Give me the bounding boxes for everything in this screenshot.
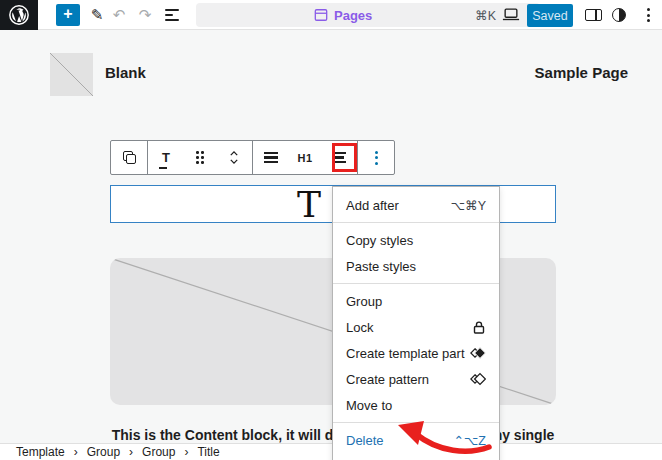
drag-handle[interactable] [190, 146, 210, 170]
edit-mode-icon[interactable]: ✎ [88, 3, 106, 27]
menu-item-label: Create template part [346, 346, 470, 361]
menu-item-label: Lock [346, 320, 472, 335]
menu-item-label: Paste styles [346, 259, 486, 274]
placeholder-diagonal [50, 53, 93, 96]
menu-item-label: Add after [346, 198, 451, 213]
menu-item-lock[interactable]: Lock [333, 314, 499, 340]
align-bars-icon [264, 150, 278, 166]
laptop-icon [502, 8, 520, 22]
settings-sidebar-toggle[interactable] [582, 3, 604, 27]
command-shortcut: ⌘K [475, 3, 496, 27]
move-up-icon [230, 151, 238, 156]
breadcrumb-title[interactable]: Title [197, 445, 219, 459]
kebab-icon [647, 8, 650, 22]
styles-button[interactable] [608, 3, 630, 27]
preview-icon[interactable] [500, 3, 522, 27]
command-palette[interactable]: Pages ⌘K [196, 3, 540, 27]
heading-level-button[interactable]: H1 [295, 146, 315, 170]
block-movers[interactable] [224, 146, 244, 170]
more-options-button[interactable] [638, 3, 658, 27]
menu-item-label: Move to [346, 398, 486, 413]
menu-item-label: Copy styles [346, 233, 486, 248]
drag-dots-icon [196, 151, 204, 164]
template-part-icon [470, 345, 486, 361]
menu-item-add-after[interactable]: Add after ⌥⌘Y [333, 192, 499, 218]
block-options-menu: Add after ⌥⌘Y Copy styles Paste styles G… [332, 186, 500, 460]
wordpress-logo-button[interactable] [0, 0, 38, 30]
editor-top-bar: + ✎ ↶ ↷ Pages ⌘K Saved [0, 0, 662, 30]
undo-icon[interactable]: ↶ [110, 3, 128, 27]
wordpress-logo-icon [8, 4, 30, 26]
options-kebab-icon [375, 151, 378, 165]
menu-separator [333, 283, 499, 284]
block-options-button[interactable] [366, 146, 386, 170]
nav-link-sample-page[interactable]: Sample Page [535, 64, 628, 81]
parent-group-icon [123, 151, 136, 164]
menu-item-group[interactable]: Group [333, 288, 499, 314]
align-text-button[interactable] [261, 146, 281, 170]
redo-icon[interactable]: ↷ [136, 3, 154, 27]
menu-item-label: Group [346, 294, 486, 309]
menu-item-shortcut: ⌥⌘Y [451, 198, 486, 213]
title-block-icon: T [159, 150, 173, 165]
sidebar-panel-icon [585, 9, 602, 21]
menu-item-shortcut: ⌃⌥Z [453, 433, 486, 448]
breadcrumb-separator: › [74, 445, 78, 459]
menu-item-move-to[interactable]: Move to [333, 392, 499, 418]
menu-item-label: Create pattern [346, 372, 470, 387]
menu-item-create-template-part[interactable]: Create template part [333, 340, 499, 366]
menu-separator [333, 222, 499, 223]
command-context: Pages [314, 3, 372, 27]
select-parent-block-button[interactable] [119, 146, 139, 170]
site-editor: + ✎ ↶ ↷ Pages ⌘K Saved [0, 0, 662, 460]
menu-separator [333, 422, 499, 423]
breadcrumb-group-2[interactable]: Group [142, 445, 175, 459]
command-context-label: Pages [334, 8, 372, 23]
menu-item-copy-styles[interactable]: Copy styles [333, 227, 499, 253]
breadcrumb-separator: › [184, 445, 188, 459]
move-down-icon [230, 159, 238, 164]
pattern-icon [470, 371, 486, 387]
menu-item-delete[interactable]: Delete ⌃⌥Z [333, 427, 499, 453]
breadcrumb-group-1[interactable]: Group [87, 445, 120, 459]
annotation-highlight-box [332, 143, 357, 172]
list-bars-icon [165, 9, 179, 21]
block-breadcrumb: Template › Group › Group › Title [0, 443, 662, 460]
site-logo-placeholder[interactable] [50, 53, 93, 96]
saved-button[interactable]: Saved [527, 4, 573, 27]
breadcrumb-separator: › [129, 445, 133, 459]
breadcrumb-template[interactable]: Template [16, 445, 65, 459]
document-overview-icon[interactable] [162, 3, 182, 27]
menu-item-label: Delete [346, 433, 453, 448]
menu-item-paste-styles[interactable]: Paste styles [333, 253, 499, 279]
title-block-type-button[interactable]: T [156, 146, 176, 170]
menu-item-create-pattern[interactable]: Create pattern [333, 366, 499, 392]
title-text: T [297, 185, 321, 225]
lock-icon [472, 320, 486, 335]
block-inserter-button[interactable]: + [56, 4, 80, 26]
styles-contrast-icon [612, 8, 626, 22]
site-title[interactable]: Blank [105, 64, 146, 81]
pages-icon [314, 8, 328, 22]
